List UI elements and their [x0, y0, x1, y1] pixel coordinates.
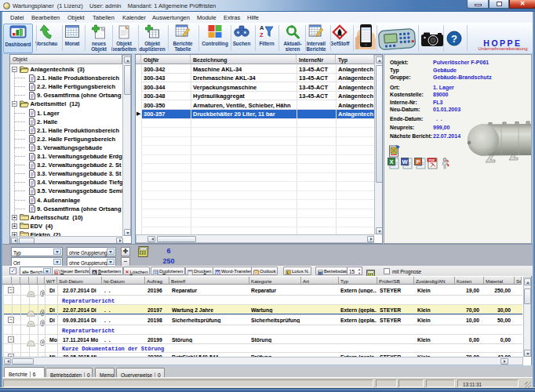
svg-text:X: X	[389, 158, 393, 165]
svg-text:?: ?	[451, 33, 457, 45]
svg-text:Z: Z	[260, 31, 264, 38]
svg-text:P: P	[416, 158, 420, 165]
svg-text:A: A	[260, 24, 264, 31]
svg-text:W: W	[402, 158, 408, 165]
svg-text:PDF: PDF	[429, 158, 436, 162]
